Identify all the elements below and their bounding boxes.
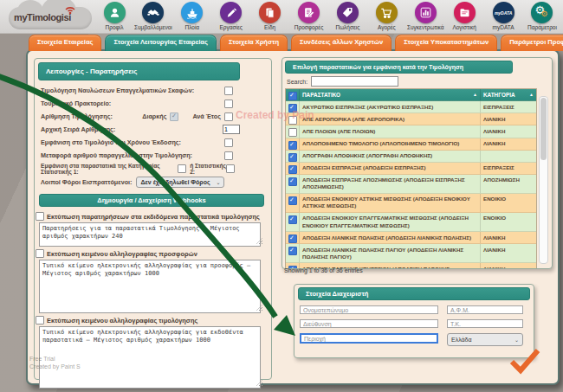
document-row-checkbox[interactable] [288, 215, 297, 224]
document-row[interactable]: ΑΚΥΡΩΤΙΚΟ ΕΙΣΠΡΑΞΗΣ (ΑΚΥΡΩΤΙΚΟ ΕΙΣΠΡΑΞΗΣ… [286, 101, 536, 113]
invoice-numbering-label: Αρίθμηση Τιμολόγησης: [41, 112, 113, 120]
document-name: ΑΚΥΡΩΤΙΚΟ ΕΙΣΠΡΑΞΗΣ (ΑΚΥΡΩΤΙΚΟ ΕΙΣΠΡΑΞΗΣ… [300, 101, 481, 112]
document-row[interactable]: ΑΠΟΓΡΑΦΗ ΑΠΟΘΗΚΗΣ (ΑΠΟΓΡΑΦΗ ΑΠΟΘΗΚΗΣ) [286, 151, 536, 163]
tasks-pencil-icon [220, 2, 242, 23]
document-name: ΑΠΟΔΕΙΞΗ ΛΙΑΝΙΚΗΣ ΠΩΛΗΣΗΣ (ΑΠΟΔΕΙΞΗ ΛΙΑΝ… [300, 232, 481, 243]
admin-afm-field[interactable] [447, 305, 523, 314]
document-name: ΑΠΟΔΕΙΞΗ ΕΝΟΙΚΙΟΥ ΕΠΑΓΓΕΛΜΑΤΙΚΗΣ ΜΙΣΘΩΣΗ… [300, 213, 481, 231]
document-category: ΕΝΟΙΚΙΟ [481, 213, 536, 231]
toolbar-item-parameters[interactable]: ⚙⚙ Παράμετροι [523, 2, 561, 33]
ship-icon [181, 2, 203, 23]
document-row-checkbox[interactable] [288, 177, 297, 186]
document-row[interactable]: ΑΠΟΔΕΙΞΗ ΕΝΟΙΚΙΟΥ ΕΠΑΓΓΕΛΜΑΤΙΚΗΣ ΜΙΣΘΩΣΗ… [286, 213, 536, 232]
charter-invoicing-row: Τιμολόγηση Ναυλώσεων Επαγγελματικών Σκαφ… [35, 84, 271, 97]
toolbar-item-purchases[interactable]: Αγορές [367, 2, 405, 33]
documents-table-body: ΑΚΥΡΩΤΙΚΟ ΕΙΣΠΡΑΞΗΣ (ΑΚΥΡΩΤΙΚΟ ΕΙΣΠΡΑΞΗΣ… [286, 101, 536, 269]
toolbar-item-offers[interactable]: Προσφορές [290, 2, 328, 33]
webhooks-button[interactable]: Δημιουργία / Διαχείριση Webhooks [39, 194, 264, 207]
tab-other-user-connections[interactable]: Συνδέσεις άλλων Χρηστών [291, 35, 392, 51]
statistics-1-checkbox[interactable] [178, 164, 186, 173]
charter-invoicing-checkbox[interactable] [224, 87, 233, 95]
numbering-continuous-checkbox[interactable] [170, 112, 178, 121]
documents-table-header: ΠΑΡΑΣΤΑΤΙΚΟ▲ ΚΑΤΗΓΟΡΙΑ▲ [286, 89, 536, 101]
toolbar-item-accounting[interactable]: Λογιστική [445, 2, 483, 33]
toolbar-item-tasks[interactable]: Εργασίες [212, 2, 250, 33]
start-serial-input[interactable] [223, 125, 240, 134]
table-scrollbar-thumb[interactable] [540, 98, 547, 160]
documents-table: ΠΑΡΑΣΤΑΤΙΚΟ▲ ΚΑΤΗΓΟΡΙΑ▲ ΑΚΥΡΩΤΙΚΟ ΕΙΣΠΡΑ… [285, 88, 537, 269]
offers-email-textarea[interactable]: Τυπικό κείμενο ηλεκτρονικής αλληλογραφία… [39, 260, 261, 313]
invoice-notes-textarea[interactable]: Παρατηρήσεις για τα παραστατικά Τιμολόγη… [39, 222, 261, 247]
document-row[interactable]: ΑΠΛΟΠΟΙΗΜΕΝΟ ΤΙΜΟΛΟΓΙΟ (ΑΠΛΟΠΟΙΗΜΕΝΟ ΤΙΜ… [286, 138, 536, 151]
print-notes-checkbox[interactable] [36, 212, 44, 221]
admin-address-field[interactable] [300, 319, 438, 328]
select-all-checkbox[interactable] [288, 92, 297, 100]
tab-company-operation-details[interactable]: Στοιχεία Λειτουργίας Εταιρείας [105, 35, 216, 51]
tab-branch-details[interactable]: Στοιχεία Υποκαταστημάτων [395, 35, 497, 51]
document-row[interactable]: ΑΠΕ ΠΛΟΙΩΝ (ΑΠΕ ΠΛΟΙΩΝ) ΛΙΑΝΙΚΗ [286, 125, 536, 138]
confirm-checkmark-button[interactable] [509, 349, 540, 375]
admin-area-field[interactable] [300, 333, 438, 344]
other-taxes-selected-value: Δεν έχει δηλωθεί Φόρος [140, 179, 210, 185]
document-row[interactable]: ΑΠΟΔΕΙΞΗ ΕΙΣΠΡΑΞΗΣ ΑΠΟΖΗΜΙΩΣΗΣ (ΑΠΟΔΕΙΞΗ… [286, 175, 536, 194]
document-row-checkbox[interactable] [288, 104, 297, 112]
toolbar-item-items[interactable]: Είδη [251, 2, 289, 33]
admin-details-form: Ελλάδα ⌄ [294, 303, 534, 349]
offers-email-checkbox[interactable] [36, 249, 44, 258]
invoicing-email-textarea[interactable]: Τυπικό κείμενο ηλεκτρονικής αλληλογραφία… [39, 326, 261, 389]
document-row[interactable]: ΑΠΕ ΑΕΡΟΠΟΡΙΚΑ (ΑΠΕ ΑΕΡΟΠΟΡΙΚΑ) ΛΙΑΝΙΚΗ [286, 113, 536, 125]
toolbar-item-contacts[interactable]: Συμβαλλόμενοι [134, 2, 172, 33]
offers-email-label: Εκτύπωση κειμένου αλληλογραφίας προσφορώ… [47, 250, 197, 258]
tab-user-details[interactable]: Στοιχεία Χρήστη [220, 35, 288, 51]
column-header-category[interactable]: ΚΑΤΗΓΟΡΙΑ▲ [481, 89, 536, 100]
statistics-2-checkbox[interactable] [226, 164, 235, 173]
document-row-checkbox[interactable] [288, 153, 297, 162]
admin-postal-code-field[interactable] [447, 319, 523, 328]
toolbar-item-sales[interactable]: Πωλήσεις [328, 2, 366, 33]
document-row-checkbox[interactable] [288, 165, 297, 174]
document-row-checkbox[interactable] [288, 235, 297, 243]
other-taxes-select[interactable]: Δεν έχει δηλωθεί Φόρος ⌄ [136, 177, 224, 188]
search-input[interactable] [311, 76, 398, 87]
show-issue-time-label: Εμφάνιση στο Τιμολόγιο του Χρόνου Έκδοση… [41, 138, 224, 146]
purchases-cart-icon [376, 2, 398, 23]
document-row-checkbox[interactable] [288, 116, 297, 125]
statistics-1-label: Εμφάνιση στα παραστατικά της Κατηγορίας … [41, 163, 175, 175]
toolbar-item-ships[interactable]: Πλοία [173, 2, 211, 33]
toolbar-item-profile[interactable]: Προφίλ [95, 2, 133, 33]
document-row-checkbox[interactable] [288, 196, 297, 205]
document-category: ΕΝΟΙΚΙΟ [481, 194, 536, 212]
operations-notes-panel: Λειτουργίες - Παρατηρήσεις Τιμολόγηση Να… [34, 58, 272, 380]
admin-name-field[interactable] [300, 305, 438, 314]
tourist-agency-row: Τουριστικό Πρακτορείο: [35, 97, 271, 110]
document-row-checkbox[interactable] [288, 141, 297, 150]
mydata-icon: myDATA [493, 2, 514, 23]
column-header-document[interactable]: ΠΑΡΑΣΤΑΤΙΚΟ▲ [300, 89, 481, 100]
print-notes-label: Εκτύπωση παρατηρήσεων στα εκδιδόμενα παρ… [47, 213, 260, 221]
document-row-checkbox[interactable] [288, 128, 297, 137]
document-row-checkbox[interactable] [288, 247, 297, 255]
table-scrollbar[interactable] [539, 96, 548, 264]
order-number-transfer-checkbox[interactable] [224, 151, 233, 160]
tab-company-details[interactable]: Στοιχεία Εταιρείας [29, 35, 101, 51]
charter-invoicing-label: Τιμολόγηση Ναυλώσεων Επαγγελματικών Σκαφ… [41, 87, 224, 94]
tourist-agency-checkbox[interactable] [224, 100, 233, 108]
numbering-per-year-checkbox[interactable] [224, 112, 233, 121]
toolbar-item-mydata[interactable]: myDATA myDATA [484, 2, 522, 33]
admin-country-select[interactable]: Ελλάδα ⌄ [447, 333, 523, 346]
table-footer-status: Showing 1 to 36 of 36 entries [284, 267, 363, 273]
invoicing-email-checkbox[interactable] [36, 316, 44, 325]
document-row[interactable]: ΑΠΟΔΕΙΞΗ ΕΝΟΙΚΙΟΥ ΑΣΤΙΚΗΣ ΜΙΣΘΩΣΗΣ (ΑΠΟΔ… [286, 194, 536, 213]
tourist-agency-label: Τουριστικό Πρακτορείο: [41, 100, 224, 107]
operations-notes-header: Λειτουργίες - Παρατηρήσεις [38, 62, 240, 80]
document-row[interactable]: ΑΠΟΔΕΙΞΗ ΕΙΣΠΡΑΞΗΣ (ΑΠΟΔΕΙΞΗ ΕΙΣΠΡΑΞΗΣ) … [286, 163, 536, 175]
start-serial-label: Αρχική Σειρά Αρίθμησης: [41, 125, 223, 133]
document-row[interactable]: ΑΠΟΔΕΙΞΗ ΛΙΑΝΙΚΗΣ ΠΩΛΗΣΗΣ ΠΑΓΙΟΥ (ΑΠΟΔΕΙ… [286, 244, 536, 263]
toolbar-item-reports[interactable]: Συγκεντρωτικά [406, 2, 444, 33]
other-taxes-row: Λοιποί Φόροι Εισπραττόμενοι: Δεν έχει δη… [35, 175, 271, 190]
document-name: ΑΠΕ ΑΕΡΟΠΟΡΙΚΑ (ΑΠΕ ΑΕΡΟΠΟΡΙΚΑ) [300, 113, 481, 125]
admin-details-panel: Στοιχεία Διαχειριστή Ελλάδα ⌄ [294, 284, 534, 358]
show-issue-time-checkbox[interactable] [224, 138, 233, 147]
document-row[interactable]: ΑΠΟΔΕΙΞΗ ΛΙΑΝΙΚΗΣ ΠΩΛΗΣΗΣ (ΑΠΟΔΕΙΞΗ ΛΙΑΝ… [286, 232, 536, 244]
tab-profile-parameters[interactable]: Παράμετροι Προφίλ [501, 35, 563, 51]
